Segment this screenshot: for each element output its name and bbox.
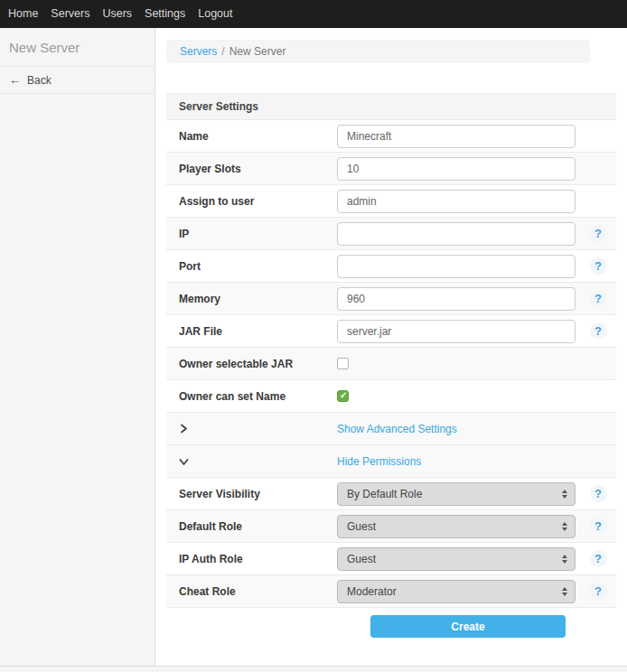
selected-option: By Default Role bbox=[347, 488, 422, 500]
select-stepper-icon bbox=[562, 522, 567, 531]
top-navbar: Home Servers Users Settings Logout bbox=[0, 0, 627, 28]
jar-file-input[interactable] bbox=[337, 320, 576, 343]
field-label: IP Auth Role bbox=[166, 553, 337, 565]
help-icon[interactable]: ? bbox=[590, 290, 607, 307]
help-icon[interactable]: ? bbox=[590, 485, 607, 502]
section-header: Server Settings bbox=[166, 93, 616, 120]
help-icon[interactable]: ? bbox=[590, 225, 607, 242]
page-title: New Server bbox=[0, 28, 154, 67]
nav-item-users[interactable]: Users bbox=[96, 0, 138, 28]
ip-input[interactable] bbox=[337, 222, 576, 246]
field-label: Port bbox=[166, 260, 337, 273]
owner-can-set-name-checkbox[interactable] bbox=[337, 390, 349, 402]
form-row-assign-user: Assign to user bbox=[166, 185, 616, 218]
help-icon[interactable]: ? bbox=[590, 583, 607, 600]
field-label: Name bbox=[166, 130, 337, 143]
breadcrumb-separator: / bbox=[221, 45, 224, 58]
select-stepper-icon bbox=[562, 490, 567, 499]
sidebar: New Server Back bbox=[0, 28, 155, 666]
field-label: Assign to user bbox=[166, 195, 337, 208]
field-label: Cheat Role bbox=[166, 585, 337, 598]
field-label: Owner selectable JAR bbox=[166, 358, 337, 370]
breadcrumb-link-servers[interactable]: Servers bbox=[180, 45, 217, 58]
memory-input[interactable] bbox=[337, 287, 576, 311]
form-row-ip-auth-role: IP Auth Role Guest ? bbox=[166, 543, 616, 575]
create-row: Create bbox=[166, 608, 616, 648]
select-stepper-icon bbox=[562, 555, 567, 564]
back-button[interactable]: Back bbox=[0, 67, 154, 94]
chevron-right-icon bbox=[179, 424, 337, 434]
default-role-select[interactable]: Guest bbox=[337, 515, 576, 538]
back-label: Back bbox=[27, 74, 51, 87]
permissions-toggle[interactable]: Hide Permissions bbox=[166, 445, 616, 478]
form-row-cheat-role: Cheat Role Moderator ? bbox=[166, 575, 616, 608]
port-input[interactable] bbox=[337, 255, 576, 278]
assign-user-input[interactable] bbox=[337, 190, 576, 213]
form-row-player-slots: Player Slots bbox=[166, 153, 616, 185]
help-icon[interactable]: ? bbox=[590, 550, 607, 567]
field-label: Memory bbox=[166, 293, 337, 305]
footer-divider bbox=[0, 666, 627, 672]
breadcrumb-current: New Server bbox=[229, 45, 286, 58]
selected-option: Moderator bbox=[347, 585, 397, 598]
breadcrumb: Servers / New Server bbox=[166, 40, 590, 63]
field-label: Owner can set Name bbox=[166, 390, 337, 403]
selected-option: Guest bbox=[347, 520, 376, 533]
help-icon[interactable]: ? bbox=[590, 322, 607, 340]
form-row-owner-can-set-name: Owner can set Name bbox=[166, 380, 616, 413]
form-row-jar-file: JAR File ? bbox=[166, 315, 616, 348]
help-icon[interactable]: ? bbox=[590, 257, 607, 275]
field-label: Server Visibility bbox=[166, 488, 337, 500]
nav-item-home[interactable]: Home bbox=[2, 0, 44, 28]
cheat-role-select[interactable]: Moderator bbox=[337, 580, 576, 603]
hide-permissions-link[interactable]: Hide Permissions bbox=[337, 455, 421, 468]
help-icon[interactable]: ? bbox=[590, 518, 607, 535]
selected-option: Guest bbox=[347, 553, 376, 565]
chevron-down-icon bbox=[179, 457, 337, 466]
server-settings-form: Server Settings Name Player Slots Assign… bbox=[166, 93, 616, 648]
player-slots-input[interactable] bbox=[337, 157, 576, 181]
name-input[interactable] bbox=[337, 125, 576, 148]
form-row-default-role: Default Role Guest ? bbox=[166, 510, 616, 543]
field-label: Player Slots bbox=[166, 163, 337, 175]
form-row-port: Port ? bbox=[166, 250, 616, 283]
nav-item-logout[interactable]: Logout bbox=[192, 0, 239, 28]
main-content: Servers / New Server Server Settings Nam… bbox=[156, 28, 627, 648]
arrow-left-icon bbox=[9, 73, 21, 87]
field-label: JAR File bbox=[166, 325, 337, 338]
show-advanced-settings-link[interactable]: Show Advanced Settings bbox=[337, 423, 457, 435]
form-row-memory: Memory ? bbox=[166, 283, 616, 315]
form-row-server-visibility: Server Visibility By Default Role ? bbox=[166, 478, 616, 510]
select-stepper-icon bbox=[562, 587, 567, 596]
form-row-owner-selectable-jar: Owner selectable JAR bbox=[166, 348, 616, 380]
create-button[interactable]: Create bbox=[370, 615, 566, 638]
form-row-ip: IP ? bbox=[166, 218, 616, 250]
advanced-settings-toggle[interactable]: Show Advanced Settings bbox=[166, 413, 616, 445]
owner-selectable-jar-checkbox[interactable] bbox=[337, 358, 349, 369]
field-label: IP bbox=[166, 228, 337, 240]
ip-auth-role-select[interactable]: Guest bbox=[337, 547, 576, 571]
server-visibility-select[interactable]: By Default Role bbox=[337, 482, 576, 506]
field-label: Default Role bbox=[166, 520, 337, 533]
nav-item-servers[interactable]: Servers bbox=[44, 0, 96, 28]
nav-item-settings[interactable]: Settings bbox=[138, 0, 192, 28]
form-row-name: Name bbox=[166, 120, 616, 153]
